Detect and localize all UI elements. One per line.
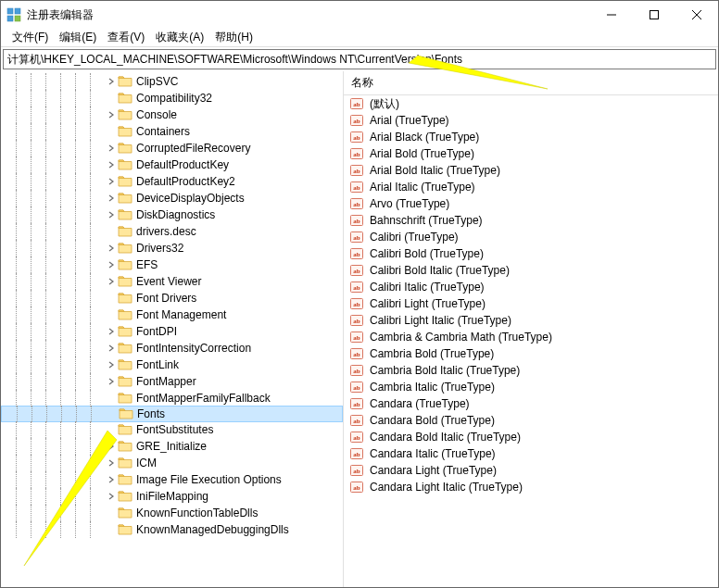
list-item[interactable]: abCalibri (TrueType): [344, 229, 718, 245]
tree-item[interactable]: ICM: [1, 455, 343, 471]
expand-toggle[interactable]: [105, 108, 118, 121]
list-item[interactable]: abArial Bold Italic (TrueType): [344, 162, 718, 179]
close-button[interactable]: [675, 1, 718, 29]
tree-item-label: FontSubstitutes: [136, 423, 213, 436]
minimize-icon: [607, 10, 616, 19]
tree-item-label: FontMapperFamilyFallback: [136, 392, 271, 405]
list-item[interactable]: abCandara Bold (TrueType): [344, 412, 718, 429]
tree-item[interactable]: ClipSVC: [1, 73, 343, 90]
expand-toggle[interactable]: [105, 208, 118, 221]
expand-toggle[interactable]: [105, 325, 118, 338]
list-item[interactable]: abCandara Italic (TrueType): [344, 445, 718, 462]
expand-toggle[interactable]: [105, 473, 118, 486]
expand-toggle[interactable]: [105, 292, 118, 305]
list-item[interactable]: abCandara Bold Italic (TrueType): [344, 429, 718, 445]
menu-view[interactable]: 查看(V): [102, 28, 150, 47]
tree-item[interactable]: FontMapper: [1, 373, 343, 390]
expand-toggle[interactable]: [105, 375, 118, 388]
tree-item[interactable]: DeviceDisplayObjects: [1, 190, 343, 206]
expand-toggle[interactable]: [105, 92, 118, 105]
list-item[interactable]: abCandara (TrueType): [344, 395, 718, 412]
tree-item[interactable]: IniFileMapping: [1, 488, 343, 505]
list-item[interactable]: ab(默认): [344, 95, 718, 112]
list-item[interactable]: abBahnschrift (TrueType): [344, 212, 718, 229]
list-item[interactable]: abCalibri Light (TrueType): [344, 295, 718, 312]
tree-item[interactable]: drivers.desc: [1, 223, 343, 240]
tree-item[interactable]: DefaultProductKey2: [1, 173, 343, 190]
expand-toggle[interactable]: [105, 507, 118, 519]
address-bar[interactable]: 计算机\HKEY_LOCAL_MACHINE\SOFTWARE\Microsof…: [3, 49, 716, 69]
tree-item[interactable]: Fonts: [1, 406, 343, 422]
tree-item[interactable]: DefaultProductKey: [1, 156, 343, 173]
tree-item[interactable]: Containers: [1, 123, 343, 140]
list-item[interactable]: abCalibri Bold (TrueType): [344, 245, 718, 262]
expand-toggle[interactable]: [106, 407, 119, 420]
list-column-header-name[interactable]: 名称: [344, 71, 718, 95]
list-item[interactable]: abCambria Italic (TrueType): [344, 379, 718, 395]
tree-item[interactable]: FontMapperFamilyFallback: [1, 390, 343, 407]
tree-pane[interactable]: ClipSVCCompatibility32ConsoleContainersC…: [1, 71, 344, 588]
tree-item[interactable]: CorruptedFileRecovery: [1, 140, 343, 156]
list-item[interactable]: abCandara Light Italic (TrueType): [344, 479, 718, 495]
svg-text:ab: ab: [353, 468, 360, 475]
svg-text:ab: ab: [353, 368, 360, 375]
expand-toggle[interactable]: [105, 242, 118, 255]
tree-item[interactable]: Compatibility32: [1, 90, 343, 106]
expand-toggle[interactable]: [105, 523, 118, 536]
expand-toggle[interactable]: [105, 175, 118, 188]
list-item[interactable]: abArial Black (TrueType): [344, 129, 718, 145]
list-pane[interactable]: 名称 ab(默认)abArial (TrueType)abArial Black…: [344, 71, 718, 588]
tree-item[interactable]: Font Drivers: [1, 290, 343, 307]
tree-item[interactable]: DiskDiagnostics: [1, 206, 343, 223]
expand-toggle[interactable]: [105, 258, 118, 271]
tree-item[interactable]: FontDPI: [1, 323, 343, 340]
list-item[interactable]: abCambria & Cambria Math (TrueType): [344, 329, 718, 345]
expand-toggle[interactable]: [105, 358, 118, 371]
maximize-button[interactable]: [633, 1, 675, 29]
menu-edit[interactable]: 编辑(E): [54, 28, 102, 47]
expand-toggle[interactable]: [105, 440, 118, 453]
tree-item[interactable]: Font Management: [1, 307, 343, 323]
expand-toggle[interactable]: [105, 142, 118, 155]
tree-item[interactable]: KnownFunctionTableDlls: [1, 505, 343, 521]
expand-toggle[interactable]: [105, 490, 118, 503]
close-icon: [692, 10, 701, 19]
list-item[interactable]: abArial Italic (TrueType): [344, 179, 718, 195]
list-item[interactable]: abArial Bold (TrueType): [344, 145, 718, 162]
expand-toggle[interactable]: [105, 192, 118, 205]
tree-item[interactable]: Image File Execution Options: [1, 471, 343, 488]
list-item[interactable]: abCambria Bold (TrueType): [344, 345, 718, 362]
list-item[interactable]: abArial (TrueType): [344, 112, 718, 129]
expand-toggle[interactable]: [105, 457, 118, 469]
minimize-button[interactable]: [590, 1, 633, 29]
tree-item[interactable]: Console: [1, 106, 343, 123]
tree-item[interactable]: KnownManagedDebuggingDlls: [1, 521, 343, 538]
list-item[interactable]: abCalibri Bold Italic (TrueType): [344, 262, 718, 279]
menu-help[interactable]: 帮助(H): [209, 28, 259, 47]
menu-favorites[interactable]: 收藏夹(A): [150, 28, 209, 47]
expand-toggle[interactable]: [105, 275, 118, 288]
expand-toggle[interactable]: [105, 308, 118, 321]
expand-toggle[interactable]: [105, 392, 118, 405]
expand-toggle[interactable]: [105, 423, 118, 436]
tree-item[interactable]: EFS: [1, 256, 343, 273]
tree-item[interactable]: FontLink: [1, 357, 343, 373]
list-item[interactable]: abArvo (TrueType): [344, 195, 718, 212]
expand-toggle[interactable]: [105, 125, 118, 138]
list-item[interactable]: abCandara Light (TrueType): [344, 462, 718, 479]
expand-toggle[interactable]: [105, 225, 118, 238]
expand-toggle[interactable]: [105, 75, 118, 88]
list-item[interactable]: abCalibri Light Italic (TrueType): [344, 312, 718, 329]
tree-item[interactable]: Drivers32: [1, 240, 343, 256]
expand-toggle[interactable]: [105, 158, 118, 171]
list-item-label: Cambria Bold Italic (TrueType): [370, 364, 520, 377]
tree-item[interactable]: FontSubstitutes: [1, 421, 343, 438]
tree-item[interactable]: Event Viewer: [1, 273, 343, 290]
expand-toggle[interactable]: [105, 342, 118, 355]
menu-file[interactable]: 文件(F): [6, 28, 54, 47]
list-item[interactable]: abCalibri Italic (TrueType): [344, 279, 718, 295]
list-item-label: Calibri Light (TrueType): [370, 297, 486, 310]
list-item[interactable]: abCambria Bold Italic (TrueType): [344, 362, 718, 379]
tree-item[interactable]: FontIntensityCorrection: [1, 340, 343, 357]
tree-item[interactable]: GRE_Initialize: [1, 438, 343, 455]
